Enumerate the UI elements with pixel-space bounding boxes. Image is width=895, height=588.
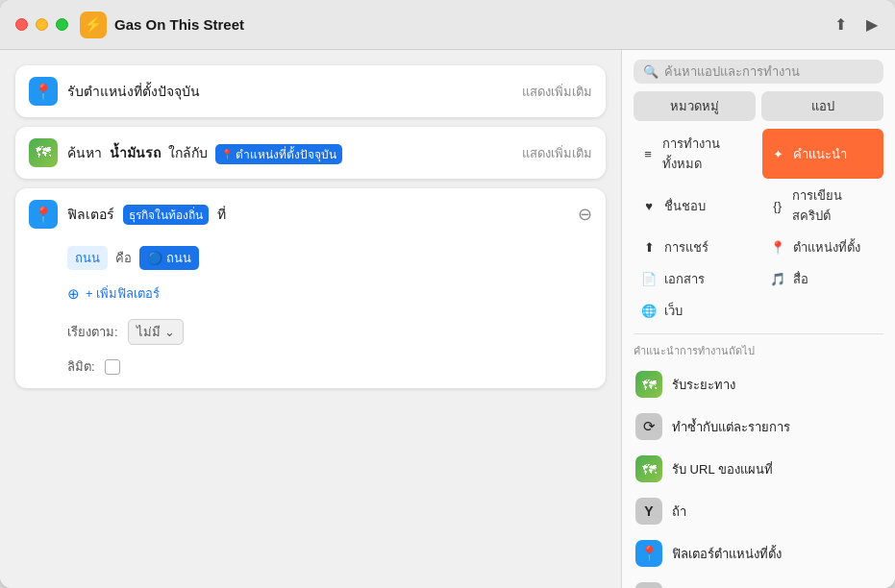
cat-scripting[interactable]: {} การเขียนสคริปต์ — [762, 181, 883, 231]
maximize-button[interactable] — [56, 18, 68, 31]
cat-media[interactable]: 🎵 สื่อ — [762, 264, 883, 294]
suggestion-4[interactable]: 📍 ฟิลเตอร์ตำแหน่งที่ตั้ง — [626, 532, 891, 575]
cat-sharing[interactable]: ⬆ การแชร์ — [634, 233, 755, 262]
category-tag[interactable]: ธุรกิจในท้องถิ่น — [123, 205, 209, 225]
location-icon: 📍 — [29, 77, 58, 106]
cat-script-icon: {} — [768, 196, 786, 215]
sug-label-0: รับระยะทาง — [672, 375, 735, 395]
cat-fav-label: ชื่นชอบ — [664, 196, 706, 216]
limit-row: ลิมิต: — [15, 353, 606, 388]
action1-show-more[interactable]: แสดงเพิ่มเติม — [522, 82, 592, 102]
right-panel: 🔍 หมวดหมู่ แอป ≡ การทำงานทั้งหมด ✦ คำแนะ… — [621, 50, 895, 588]
cat-fav-icon: ♥ — [639, 196, 659, 215]
sort-select[interactable]: ไม่มี ⌄ — [128, 319, 184, 345]
suggestion-list: 🗺 รับระยะทาง ⟳ ทำซ้ำกับแต่ละรายการ 🗺 รับ… — [622, 363, 895, 588]
cat-web-label: เว็บ — [664, 301, 683, 321]
play-button[interactable]: ▶ — [864, 13, 880, 36]
cat-loc-icon: 📍 — [768, 238, 787, 257]
filter-block: 📍 ฟิลเตอร์ ธุรกิจในท้องถิ่น ที่ ⊖ ถนน คื… — [15, 188, 606, 388]
sug-icon-4: 📍 — [635, 540, 662, 567]
cat-doc-icon: 📄 — [639, 270, 659, 289]
close-button[interactable] — [15, 18, 28, 31]
cat-all-label: การทำงานทั้งหมด — [662, 134, 749, 174]
divider — [634, 333, 883, 334]
cat-rec-icon: ✦ — [768, 144, 787, 163]
sug-icon-0: 🗺 — [635, 371, 662, 398]
share-button[interactable]: ⬆ — [833, 13, 849, 36]
filter-tag-street1[interactable]: ถนน — [67, 246, 108, 270]
action2-text: ค้นหา น้ำมันรถ ใกล้กับ 📍 ตำแหน่งที่ตั้งป… — [67, 142, 512, 164]
limit-checkbox[interactable] — [105, 359, 120, 375]
traffic-lights — [15, 18, 68, 31]
suggestion-1[interactable]: ⟳ ทำซ้ำกับแต่ละรายการ — [626, 405, 891, 448]
search-bar: 🔍 — [622, 50, 895, 91]
search-input-wrap: 🔍 — [634, 60, 883, 84]
cat-favorites[interactable]: ♥ ชื่นชอบ — [634, 181, 755, 231]
search-icon: 🔍 — [643, 64, 659, 79]
maps-icon: 🗺 — [29, 138, 58, 167]
cat-doc-label: เอกสาร — [664, 269, 705, 289]
cat-share-icon: ⬆ — [639, 238, 659, 257]
location-tag: 📍 ตำแหน่งที่ตั้งปัจจุบัน — [215, 144, 342, 164]
tab-apps[interactable]: แอป — [761, 91, 883, 121]
cat-documents[interactable]: 📄 เอกสาร — [634, 264, 755, 294]
filter-tag-street2[interactable]: 🔵 ถนน — [139, 246, 199, 270]
sug-label-4: ฟิลเตอร์ตำแหน่งที่ตั้ง — [672, 544, 782, 564]
minimize-button[interactable] — [36, 18, 48, 31]
sort-row: เรียงตาม: ไม่มี ⌄ — [15, 311, 606, 353]
action1-text: รับตำแหน่งที่ตั้งปัจจุบัน — [67, 81, 512, 102]
app-icon: ⚡ — [80, 12, 107, 38]
titlebar: ⚡ Gas On This Street ⬆ ▶ — [0, 0, 895, 50]
sug-icon-5: ☰ — [635, 582, 662, 588]
cat-recommended[interactable]: ✦ คำแนะนำ — [762, 129, 883, 179]
main-content: 📍 รับตำแหน่งที่ตั้งปัจจุบัน แสดงเพิ่มเติ… — [0, 50, 895, 588]
search-input[interactable] — [664, 64, 874, 79]
sug-label-3: ถ้า — [672, 502, 686, 522]
workflow-panel: 📍 รับตำแหน่งที่ตั้งปัจจุบัน แสดงเพิ่มเติ… — [0, 50, 621, 588]
filter-icon: 📍 — [29, 200, 58, 229]
window-title: Gas On This Street — [114, 16, 833, 33]
suggestion-3[interactable]: Y ถ้า — [626, 490, 891, 532]
cat-location[interactable]: 📍 ตำแหน่งที่ตั้ง — [762, 233, 883, 262]
filter-remove-btn[interactable]: ⊖ — [578, 204, 592, 225]
cat-loc-label: ตำแหน่งที่ตั้ง — [793, 237, 860, 257]
action-get-location: 📍 รับตำแหน่งที่ตั้งปัจจุบัน แสดงเพิ่มเติ… — [15, 65, 606, 117]
cat-rec-label: คำแนะนำ — [793, 144, 847, 164]
cat-all[interactable]: ≡ การทำงานทั้งหมด — [634, 129, 755, 179]
sug-icon-1: ⟳ — [635, 413, 662, 440]
titlebar-actions: ⬆ ▶ — [833, 13, 880, 36]
cat-media-icon: 🎵 — [768, 270, 787, 289]
filter-header-text: ฟิลเตอร์ ธุรกิจในท้องถิ่น ที่ — [67, 204, 568, 225]
sug-label-1: ทำซ้ำกับแต่ละรายการ — [672, 417, 790, 437]
sug-icon-3: Y — [635, 498, 662, 525]
cat-web[interactable]: 🌐 เว็บ — [634, 296, 755, 326]
tab-categories[interactable]: หมวดหมู่ — [634, 91, 756, 121]
action2-show-more[interactable]: แสดงเพิ่มเติม — [522, 143, 592, 163]
add-filter-icon: ⊕ — [67, 285, 80, 303]
category-list: ≡ การทำงานทั้งหมด ✦ คำแนะนำ ♥ ชื่นชอบ {}… — [622, 129, 895, 333]
suggestions-header: คำแนะนำการทำงานถัดไป — [622, 338, 895, 363]
cat-media-label: สื่อ — [793, 269, 808, 289]
action-search: 🗺 ค้นหา น้ำมันรถ ใกล้กับ 📍 ตำแหน่งที่ตั้… — [15, 127, 606, 179]
cat-share-label: การแชร์ — [664, 237, 709, 257]
add-filter-btn[interactable]: ⊕ + เพิ่มฟิลเตอร์ — [15, 276, 606, 311]
cat-web-icon: 🌐 — [639, 302, 659, 321]
suggestion-5[interactable]: ☰ ลิสต์ — [626, 575, 891, 588]
sug-icon-2: 🗺 — [635, 455, 662, 482]
suggestion-2[interactable]: 🗺 รับ URL ของแผนที่ — [626, 448, 891, 490]
cat-script-label: การเขียนสคริปต์ — [792, 185, 878, 226]
sug-label-2: รับ URL ของแผนที่ — [672, 459, 773, 479]
tab-bar: หมวดหมู่ แอป — [622, 91, 895, 129]
suggestion-0[interactable]: 🗺 รับระยะทาง — [626, 363, 891, 405]
filter-row: ถนน คือ 🔵 ถนน — [15, 240, 606, 276]
cat-all-icon: ≡ — [639, 144, 657, 163]
